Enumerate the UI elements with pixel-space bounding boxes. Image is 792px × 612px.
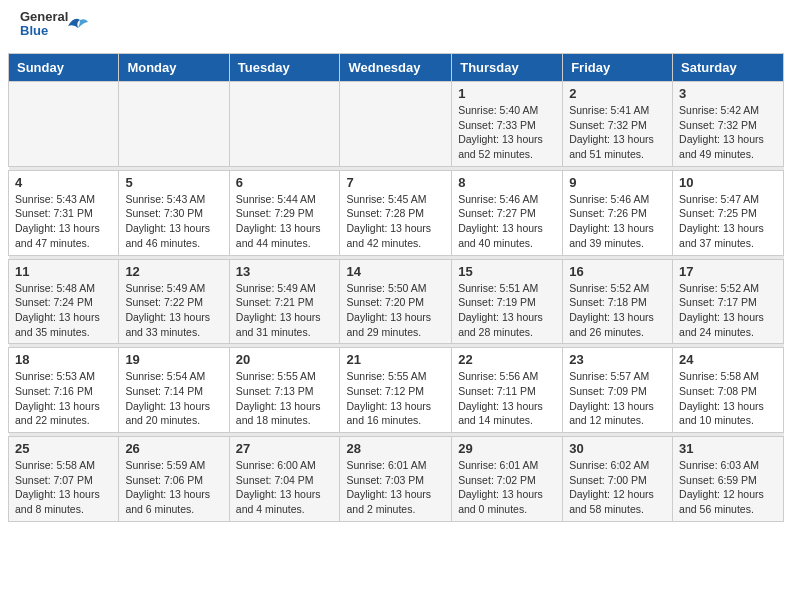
day-number: 30 [569,441,666,456]
day-info: Sunrise: 5:50 AMSunset: 7:20 PMDaylight:… [346,281,445,340]
day-number: 28 [346,441,445,456]
calendar-cell: 11Sunrise: 5:48 AMSunset: 7:24 PMDayligh… [9,259,119,344]
day-number: 31 [679,441,777,456]
day-info: Sunrise: 5:43 AMSunset: 7:31 PMDaylight:… [15,192,112,251]
day-number: 20 [236,352,334,367]
calendar-table: Sunday Monday Tuesday Wednesday Thursday… [8,53,784,522]
calendar-cell: 14Sunrise: 5:50 AMSunset: 7:20 PMDayligh… [340,259,452,344]
day-number: 7 [346,175,445,190]
calendar-cell: 18Sunrise: 5:53 AMSunset: 7:16 PMDayligh… [9,348,119,433]
col-tuesday: Tuesday [229,54,340,82]
week-row-3: 11Sunrise: 5:48 AMSunset: 7:24 PMDayligh… [9,259,784,344]
day-info: Sunrise: 5:59 AMSunset: 7:06 PMDaylight:… [125,458,222,517]
col-monday: Monday [119,54,229,82]
calendar-cell [229,82,340,167]
day-info: Sunrise: 5:52 AMSunset: 7:17 PMDaylight:… [679,281,777,340]
calendar-cell: 30Sunrise: 6:02 AMSunset: 7:00 PMDayligh… [563,437,673,522]
calendar-cell: 15Sunrise: 5:51 AMSunset: 7:19 PMDayligh… [452,259,563,344]
day-info: Sunrise: 6:00 AMSunset: 7:04 PMDaylight:… [236,458,334,517]
day-number: 24 [679,352,777,367]
calendar-cell: 27Sunrise: 6:00 AMSunset: 7:04 PMDayligh… [229,437,340,522]
day-info: Sunrise: 5:40 AMSunset: 7:33 PMDaylight:… [458,103,556,162]
calendar-container: Sunday Monday Tuesday Wednesday Thursday… [0,53,792,530]
calendar-cell: 20Sunrise: 5:55 AMSunset: 7:13 PMDayligh… [229,348,340,433]
day-number: 18 [15,352,112,367]
calendar-cell: 29Sunrise: 6:01 AMSunset: 7:02 PMDayligh… [452,437,563,522]
calendar-cell [9,82,119,167]
calendar-cell: 5Sunrise: 5:43 AMSunset: 7:30 PMDaylight… [119,170,229,255]
page-container: General Blue Sunday Monday Tuesday Wedne… [0,0,792,530]
col-saturday: Saturday [673,54,784,82]
day-info: Sunrise: 5:46 AMSunset: 7:26 PMDaylight:… [569,192,666,251]
day-info: Sunrise: 5:45 AMSunset: 7:28 PMDaylight:… [346,192,445,251]
calendar-cell: 6Sunrise: 5:44 AMSunset: 7:29 PMDaylight… [229,170,340,255]
day-info: Sunrise: 5:54 AMSunset: 7:14 PMDaylight:… [125,369,222,428]
day-info: Sunrise: 5:53 AMSunset: 7:16 PMDaylight:… [15,369,112,428]
day-number: 1 [458,86,556,101]
col-wednesday: Wednesday [340,54,452,82]
day-number: 14 [346,264,445,279]
day-number: 10 [679,175,777,190]
day-info: Sunrise: 5:51 AMSunset: 7:19 PMDaylight:… [458,281,556,340]
day-info: Sunrise: 6:01 AMSunset: 7:03 PMDaylight:… [346,458,445,517]
calendar-cell: 9Sunrise: 5:46 AMSunset: 7:26 PMDaylight… [563,170,673,255]
day-info: Sunrise: 5:48 AMSunset: 7:24 PMDaylight:… [15,281,112,340]
calendar-cell: 13Sunrise: 5:49 AMSunset: 7:21 PMDayligh… [229,259,340,344]
calendar-cell [340,82,452,167]
day-number: 11 [15,264,112,279]
calendar-cell: 12Sunrise: 5:49 AMSunset: 7:22 PMDayligh… [119,259,229,344]
calendar-cell: 25Sunrise: 5:58 AMSunset: 7:07 PMDayligh… [9,437,119,522]
day-info: Sunrise: 5:58 AMSunset: 7:07 PMDaylight:… [15,458,112,517]
day-number: 21 [346,352,445,367]
calendar-cell: 8Sunrise: 5:46 AMSunset: 7:27 PMDaylight… [452,170,563,255]
day-number: 15 [458,264,556,279]
day-info: Sunrise: 6:01 AMSunset: 7:02 PMDaylight:… [458,458,556,517]
calendar-cell: 10Sunrise: 5:47 AMSunset: 7:25 PMDayligh… [673,170,784,255]
calendar-cell: 23Sunrise: 5:57 AMSunset: 7:09 PMDayligh… [563,348,673,433]
day-info: Sunrise: 5:49 AMSunset: 7:21 PMDaylight:… [236,281,334,340]
col-sunday: Sunday [9,54,119,82]
day-info: Sunrise: 5:55 AMSunset: 7:12 PMDaylight:… [346,369,445,428]
week-row-4: 18Sunrise: 5:53 AMSunset: 7:16 PMDayligh… [9,348,784,433]
calendar-cell: 3Sunrise: 5:42 AMSunset: 7:32 PMDaylight… [673,82,784,167]
calendar-cell: 7Sunrise: 5:45 AMSunset: 7:28 PMDaylight… [340,170,452,255]
day-info: Sunrise: 5:44 AMSunset: 7:29 PMDaylight:… [236,192,334,251]
day-number: 13 [236,264,334,279]
week-row-5: 25Sunrise: 5:58 AMSunset: 7:07 PMDayligh… [9,437,784,522]
day-info: Sunrise: 5:47 AMSunset: 7:25 PMDaylight:… [679,192,777,251]
day-number: 26 [125,441,222,456]
day-number: 23 [569,352,666,367]
calendar-cell: 28Sunrise: 6:01 AMSunset: 7:03 PMDayligh… [340,437,452,522]
day-number: 29 [458,441,556,456]
logo-bird-icon [66,14,88,36]
day-number: 25 [15,441,112,456]
day-number: 12 [125,264,222,279]
header: General Blue [0,0,792,53]
calendar-cell: 24Sunrise: 5:58 AMSunset: 7:08 PMDayligh… [673,348,784,433]
day-info: Sunrise: 5:55 AMSunset: 7:13 PMDaylight:… [236,369,334,428]
calendar-cell: 2Sunrise: 5:41 AMSunset: 7:32 PMDaylight… [563,82,673,167]
day-number: 16 [569,264,666,279]
calendar-cell: 21Sunrise: 5:55 AMSunset: 7:12 PMDayligh… [340,348,452,433]
day-number: 9 [569,175,666,190]
day-info: Sunrise: 5:42 AMSunset: 7:32 PMDaylight:… [679,103,777,162]
day-number: 4 [15,175,112,190]
week-row-2: 4Sunrise: 5:43 AMSunset: 7:31 PMDaylight… [9,170,784,255]
calendar-cell: 19Sunrise: 5:54 AMSunset: 7:14 PMDayligh… [119,348,229,433]
day-number: 22 [458,352,556,367]
day-info: Sunrise: 5:43 AMSunset: 7:30 PMDaylight:… [125,192,222,251]
day-number: 19 [125,352,222,367]
day-number: 6 [236,175,334,190]
day-info: Sunrise: 5:52 AMSunset: 7:18 PMDaylight:… [569,281,666,340]
calendar-cell: 26Sunrise: 5:59 AMSunset: 7:06 PMDayligh… [119,437,229,522]
week-row-1: 1Sunrise: 5:40 AMSunset: 7:33 PMDaylight… [9,82,784,167]
calendar-cell: 17Sunrise: 5:52 AMSunset: 7:17 PMDayligh… [673,259,784,344]
day-number: 2 [569,86,666,101]
calendar-cell: 1Sunrise: 5:40 AMSunset: 7:33 PMDaylight… [452,82,563,167]
day-number: 27 [236,441,334,456]
day-info: Sunrise: 5:46 AMSunset: 7:27 PMDaylight:… [458,192,556,251]
day-number: 3 [679,86,777,101]
day-info: Sunrise: 5:41 AMSunset: 7:32 PMDaylight:… [569,103,666,162]
col-thursday: Thursday [452,54,563,82]
day-info: Sunrise: 6:02 AMSunset: 7:00 PMDaylight:… [569,458,666,517]
